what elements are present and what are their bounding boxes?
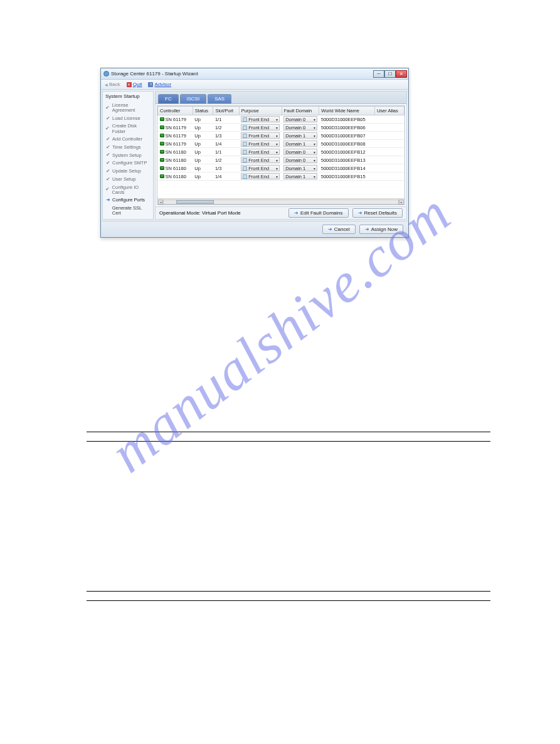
wizard-step[interactable]: ✔Add Controller [105,136,151,144]
port-icon [243,158,247,162]
fault-domain-cell[interactable]: Domain 0▾ [282,156,319,164]
close-button[interactable]: ✕ [396,70,407,78]
column-header[interactable]: Slot/Port [213,107,239,115]
user-alias-cell[interactable] [374,140,404,148]
checkmark-icon: ✔ [105,177,110,183]
wizard-step[interactable]: ✔User Setup [105,176,151,184]
purpose-cell[interactable]: Front End▾ [239,164,282,173]
table-row[interactable]: SN 61179Up1/4Front End▾Domain 1▾5000D310… [158,140,404,148]
user-alias-cell[interactable] [374,156,404,164]
controller-name: SN 61180 [166,149,186,155]
purpose-cell[interactable]: Front End▾ [239,140,282,148]
back-button[interactable]: ◂ Back [105,82,120,88]
purpose-cell[interactable]: Front End▾ [239,115,282,124]
fault-domain-cell[interactable]: Domain 1▾ [282,132,319,140]
port-icon [243,174,247,179]
user-alias-cell[interactable] [374,164,404,173]
status-cell: Up [193,115,213,124]
fault-domain-cell[interactable]: Domain 1▾ [282,140,319,148]
checkmark-icon: ✔ [105,137,110,142]
user-alias-cell[interactable] [374,115,404,124]
wizard-step-label: Add Controller [112,137,142,142]
column-header[interactable]: Controller [158,107,193,115]
edit-fault-domains-button[interactable]: ➜ Edit Fault Domains [288,208,349,218]
chevron-down-icon: ▾ [314,117,315,122]
slotport-cell: 1/2 [213,124,239,132]
assign-now-button[interactable]: ➜ Assign Now [359,225,403,234]
column-header[interactable]: World Wide Name [319,107,375,115]
fault-domain-value: Domain 1 [285,133,312,139]
reset-defaults-button[interactable]: ➜ Reset Defaults [352,208,403,218]
wizard-step[interactable]: ✔Configure SMTP [105,159,151,167]
checkmark-icon: ✔ [105,152,110,158]
column-header[interactable]: Fault Domain [282,107,319,115]
wizard-step[interactable]: ✔Load License [105,115,151,123]
wizard-step[interactable]: ✔Create Disk Folder [105,122,151,136]
wizard-step[interactable]: ✔Generate SSL Cert [105,205,151,218]
doc-rule-group-1 [87,429,490,444]
scroll-right-icon[interactable]: ▸ [399,199,404,205]
slotport-cell: 1/4 [213,140,239,148]
fault-domain-cell[interactable]: Domain 0▾ [282,148,319,156]
purpose-cell[interactable]: Front End▾ [239,124,282,132]
chevron-down-icon: ▾ [314,166,315,171]
wizard-step[interactable]: ✔Configure IO Cards [105,184,151,197]
wizard-step[interactable]: ✔Time Settings [105,144,151,152]
user-alias-cell[interactable] [374,173,404,181]
user-alias-cell[interactable] [374,124,404,132]
port-icon [243,150,247,154]
quit-label: Quit [133,82,142,87]
wizard-step[interactable]: ✔License Agreement [105,102,151,115]
maximize-button[interactable]: ☐ [384,70,396,78]
tab-fc[interactable]: FC [158,94,179,104]
scroll-track[interactable] [163,199,399,205]
user-alias-cell[interactable] [374,148,404,156]
purpose-cell[interactable]: Front End▾ [239,156,282,164]
user-alias-cell[interactable] [374,132,404,140]
status-cell: Up [193,173,213,181]
minimize-button[interactable]: ─ [373,70,384,78]
wizard-step[interactable]: ➜Configure Ports [105,196,151,205]
purpose-cell[interactable]: Front End▾ [239,132,282,140]
wizard-step-label: Generate SSL Cert [112,206,151,216]
wizard-step[interactable]: ✔System Setup [105,151,151,159]
slotport-cell: 1/4 [213,173,239,181]
purpose-cell[interactable]: Front End▾ [239,173,282,181]
table-row[interactable]: SN 61179Up1/3Front End▾Domain 1▾5000D310… [158,132,404,140]
scroll-left-icon[interactable]: ◂ [158,199,163,205]
tab-iscsi[interactable]: iSCSI [180,94,206,104]
status-cell: Up [193,148,213,156]
column-header[interactable]: User Alias [374,107,404,115]
column-header[interactable]: Purpose [239,107,282,115]
fault-domain-value: Domain 0 [285,125,312,130]
fault-domain-cell[interactable]: Domain 1▾ [282,173,319,181]
quit-button[interactable]: ✕ Quit [127,82,142,87]
table-row[interactable]: SN 61180Up1/2Front End▾Domain 0▾5000D310… [158,156,404,164]
wizard-step-label: Configure SMTP [112,161,147,166]
horizontal-scrollbar[interactable]: ◂ ▸ [157,198,404,205]
table-row[interactable]: SN 61180Up1/1Front End▾Domain 0▾5000D310… [158,148,404,156]
wwn-cell: 5000D31000EEFB12 [319,148,375,156]
column-header[interactable]: Status [193,107,213,115]
status-led-icon [160,117,164,121]
table-row[interactable]: SN 61179Up1/1Front End▾Domain 0▾5000D310… [158,115,404,124]
table-row[interactable]: SN 61180Up1/4Front End▾Domain 1▾5000D310… [158,173,404,181]
table-row[interactable]: SN 61180Up1/3Front End▾Domain 1▾5000D310… [158,164,404,173]
purpose-cell[interactable]: Front End▾ [239,148,282,156]
scroll-thumb[interactable] [176,200,214,204]
controller-cell: SN 61180 [158,173,193,181]
advisor-button[interactable]: ? Advisor [148,82,171,87]
checkmark-icon: ✔ [105,169,110,174]
cancel-button[interactable]: ➜ Cancel [322,225,356,234]
fault-domain-cell[interactable]: Domain 0▾ [282,115,319,124]
fault-domain-cell[interactable]: Domain 0▾ [282,124,319,132]
tab-sas[interactable]: SAS [208,94,231,104]
wizard-step[interactable]: ✔Update Setup [105,167,151,176]
table-row[interactable]: SN 61179Up1/2Front End▾Domain 0▾5000D310… [158,124,404,132]
port-icon [243,134,247,138]
fault-domain-cell[interactable]: Domain 1▾ [282,164,319,173]
wwn-cell: 5000D31000EEFB15 [319,173,375,181]
purpose-value: Front End [248,141,275,147]
chevron-down-icon: ▾ [314,158,315,162]
wwn-cell: 5000D31000EEFB08 [319,140,375,148]
